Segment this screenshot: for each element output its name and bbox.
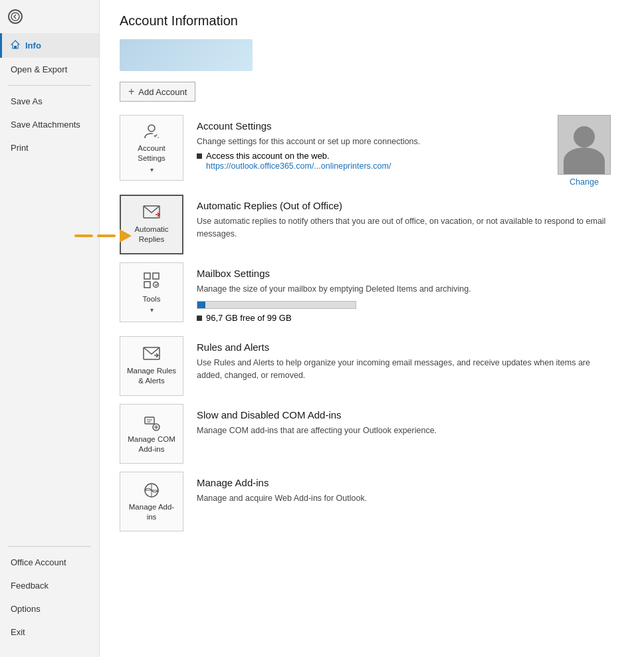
manage-addins-content: Manage Add-ins Manage and acquire Web Ad… [183,472,624,513]
account-settings-dropdown-arrow: ▾ [150,166,154,173]
account-settings-link[interactable]: https://outlook.office365.com/...onlinep… [206,161,391,171]
svg-point-2 [148,125,155,132]
account-settings-title: Account Settings [197,120,544,132]
account-settings-content: Account Settings Change settings for thi… [183,115,558,176]
sidebar-item-feedback-label: Feedback [11,581,49,591]
arrow-decoration [74,229,132,242]
plus-icon: + [128,86,134,98]
arrow-right [120,229,132,242]
account-settings-bullet-text: Access this account on the web. https://… [206,151,391,171]
manage-com-addins-button[interactable]: Manage COMAdd-ins [120,404,183,464]
main-content: Account Information + Add Account Accoun… [100,0,644,657]
sidebar-bottom: Office Account Feedback Options Exit [0,542,99,657]
sidebar-item-save-as[interactable]: Save As [0,90,99,113]
back-icon [8,9,23,24]
manage-rules-icon [142,346,161,363]
storage-progress-bar [197,301,356,309]
section-row-automatic-replies: AutomaticReplies Automatic Replies (Out … [120,195,624,254]
sidebar-item-info[interactable]: Info [0,33,99,58]
sidebar-item-print[interactable]: Print [0,136,99,159]
section-row-com-addins: Manage COMAdd-ins Slow and Disabled COM … [120,404,624,464]
profile-change-link[interactable]: Change [570,177,599,187]
account-settings-bullet: Access this account on the web. https://… [197,151,544,171]
rules-alerts-content: Rules and Alerts Use Rules and Alerts to… [183,336,624,390]
manage-addins-button[interactable]: Manage Add-ins [120,472,183,531]
tools-button[interactable]: Tools ▾ [120,262,183,322]
com-addins-desc: Manage COM add-ins that are affecting yo… [197,424,611,437]
profile-body [564,147,605,174]
svg-rect-5 [144,273,150,279]
sidebar-item-office-account[interactable]: Office Account [0,551,99,574]
sidebar-item-exit[interactable]: Exit [0,620,99,644]
sidebar-item-print-label: Print [11,143,29,153]
storage-bullet [197,316,202,321]
dash-line-2 [97,235,116,237]
section-row-mailbox-settings: Tools ▾ Mailbox Settings Manage the size… [120,262,624,328]
automatic-replies-button[interactable]: AutomaticReplies [120,195,183,254]
sidebar-item-open-export-label: Open & Export [11,64,67,74]
sidebar-item-save-as-label: Save As [11,96,43,106]
com-addins-title: Slow and Disabled COM Add-ins [197,409,611,421]
storage-label: 96,7 GB free of 99 GB [206,313,292,323]
section-row-manage-addins: Manage Add-ins Manage Add-ins Manage and… [120,472,624,531]
bullet-icon [197,153,202,159]
storage-text-area: 96,7 GB free of 99 GB [197,313,611,323]
sidebar: Info Open & Export Save As Save Attachme… [0,0,100,657]
manage-addins-title: Manage Add-ins [197,477,611,488]
rules-alerts-desc: Use Rules and Alerts to help organize yo… [197,357,611,382]
automatic-replies-desc: Use automatic replies to notify others t… [197,215,611,240]
sidebar-item-open-export[interactable]: Open & Export [0,58,99,81]
profile-area: Change [558,115,611,187]
back-button[interactable] [0,0,99,33]
sidebar-item-options[interactable]: Options [0,597,99,620]
mailbox-settings-content: Mailbox Settings Manage the size of your… [183,262,624,328]
manage-addins-btn-label: Manage Add-ins [124,502,179,522]
sidebar-item-office-account-label: Office Account [11,557,66,567]
automatic-replies-icon [142,205,161,222]
storage-progress-fill [197,302,205,308]
account-settings-button[interactable]: AccountSettings ▾ [120,115,183,181]
sidebar-item-save-attachments[interactable]: Save Attachments [0,113,99,136]
sidebar-item-save-attachments-label: Save Attachments [11,120,80,130]
svg-rect-1 [14,46,17,48]
manage-rules-btn-label: Manage Rules& Alerts [127,366,176,386]
email-account-strip [120,39,253,71]
tools-icon-area [142,271,161,292]
add-account-label: Add Account [138,87,187,97]
automatic-replies-title: Automatic Replies (Out of Office) [197,200,611,211]
tools-icon [142,271,161,290]
automatic-replies-content: Automatic Replies (Out of Office) Use au… [183,195,624,248]
profile-photo [558,115,611,175]
account-settings-icon [142,122,161,141]
profile-head [574,126,595,147]
home-icon [11,40,20,51]
svg-rect-7 [144,282,150,288]
account-settings-btn-label: AccountSettings [138,143,165,163]
manage-addins-icon [142,481,161,500]
manage-com-addins-btn-label: Manage COMAdd-ins [128,434,175,454]
page-title: Account Information [120,13,624,29]
sidebar-nav: Info Open & Export Save As Save Attachme… [0,33,99,542]
mailbox-settings-title: Mailbox Settings [197,268,611,279]
tools-btn-label: Tools [143,294,161,304]
svg-rect-6 [153,273,159,279]
svg-point-8 [154,282,159,287]
com-addins-icon [142,413,161,432]
section-row-rules-alerts: Manage Rules& Alerts Rules and Alerts Us… [120,336,624,396]
svg-rect-10 [145,417,154,424]
section-row-account-settings: AccountSettings ▾ Account Settings Chang… [120,115,624,187]
sidebar-item-options-label: Options [11,604,41,614]
manage-addins-desc: Manage and acquire Web Add-ins for Outlo… [197,492,611,505]
automatic-replies-btn-label: AutomaticReplies [134,225,168,244]
svg-point-0 [11,13,19,21]
tools-dropdown-arrow: ▾ [150,306,154,314]
account-settings-desc: Change settings for this account or set … [197,136,544,148]
sidebar-item-info-label: Info [25,41,41,50]
access-text: Access this account on the web. [206,151,330,161]
add-account-button[interactable]: + Add Account [120,82,195,102]
dash-line-1 [74,235,93,237]
rules-alerts-title: Rules and Alerts [197,341,611,353]
com-addins-content: Slow and Disabled COM Add-ins Manage COM… [183,404,624,445]
sidebar-item-feedback[interactable]: Feedback [0,574,99,597]
manage-rules-button[interactable]: Manage Rules& Alerts [120,336,183,396]
